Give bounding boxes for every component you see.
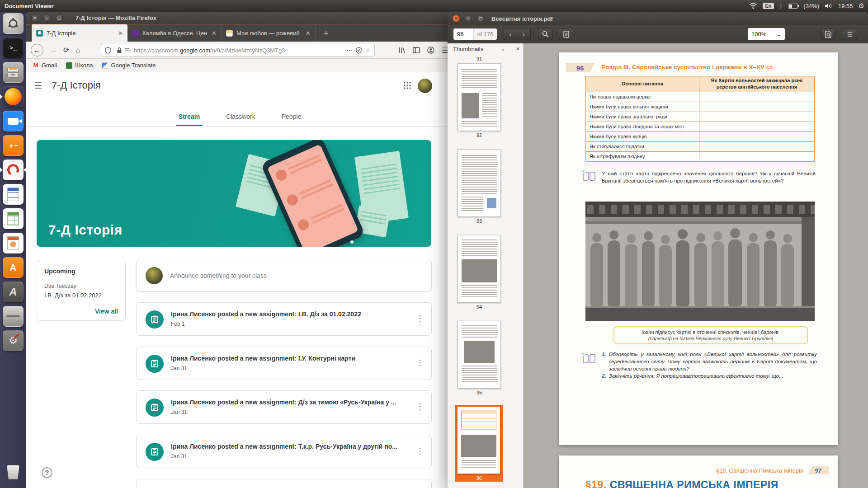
minimize-window-icon[interactable]: − — [465, 15, 472, 22]
thumbnail-page-96-selected[interactable]: 96 — [455, 405, 503, 482]
thumbnail-page-95[interactable]: 95 — [457, 321, 502, 395]
banner-course-title: 7-Д Історія — [48, 222, 123, 238]
tab-close-icon[interactable]: ✕ — [118, 30, 123, 37]
pdf-page-view[interactable]: 96 Розділ III. Європейське суспільство і… — [524, 43, 868, 488]
dash-home-button[interactable] — [3, 13, 24, 34]
sidebar-toggle-icon[interactable] — [413, 47, 420, 53]
post-date: Jan 31 — [171, 453, 187, 460]
close-window-icon[interactable]: ✕ — [453, 15, 460, 22]
clock[interactable]: 19:55 — [838, 3, 853, 9]
tab-close-icon[interactable]: ✕ — [306, 30, 311, 37]
new-tab-button[interactable]: ＋ — [316, 24, 336, 42]
maximize-window-icon[interactable]: ▢ — [477, 15, 484, 22]
minimize-window-icon[interactable]: − — [43, 14, 51, 22]
session-menu-icon[interactable]: ⚙ — [859, 2, 864, 10]
wifi-icon[interactable] — [749, 3, 757, 9]
overflow-icon[interactable]: ⋯ — [346, 47, 352, 54]
account-icon[interactable] — [427, 47, 434, 54]
course-title[interactable]: 7-Д Історія — [52, 80, 101, 91]
calculator-launcher[interactable]: ＋− — [3, 135, 24, 156]
tracking-protection-icon[interactable] — [105, 47, 111, 54]
reload-button[interactable]: ⟳ — [63, 46, 69, 54]
stream-post[interactable]: Ірина Лисенко posted a new assignment: І… — [136, 302, 432, 336]
tab-kalimba[interactable]: Калимба в Одессе. Цен ✕ — [127, 24, 222, 42]
thumbnail-page-93[interactable]: 93 — [457, 149, 502, 224]
bookmark-google-translate[interactable]: Google Translate — [102, 62, 156, 69]
tab-stream[interactable]: Stream — [179, 108, 200, 126]
app-a-launcher[interactable]: A — [3, 282, 24, 302]
bookmark-school[interactable]: Школа — [66, 62, 93, 69]
stream-post[interactable]: Ірина Лисенко posted a new assignment: Т… — [136, 435, 432, 468]
upcoming-assignment-link[interactable]: І.В. Д/з за 01.02.2022 — [44, 292, 118, 299]
battery-icon[interactable] — [788, 4, 798, 9]
post-options-icon[interactable]: ⋮ — [416, 402, 424, 412]
pdf-page-96: 96 Розділ III. Європейське суспільство і… — [559, 52, 838, 445]
libreoffice-calc-launcher[interactable] — [3, 208, 24, 229]
settings-launcher[interactable]: ⚙ — [3, 330, 24, 351]
bluetooth-icon[interactable]: ᛒ — [779, 3, 783, 9]
google-apps-grid-icon[interactable] — [403, 81, 411, 89]
zoom-launcher[interactable] — [3, 111, 24, 131]
navigation-toolbar: ← → ⟳ ⌂ 5 https://classroom.google.com/u… — [26, 42, 453, 59]
bookmark-star-icon[interactable]: ☆ — [365, 47, 371, 54]
url-bar[interactable]: 5 https://classroom.google.com/u/0/c/Mzk… — [101, 44, 375, 56]
stream-post[interactable]: Ірина Лисенко posted a new assignment: Д… — [136, 390, 432, 424]
zoom-level-select[interactable]: 100%⌄ — [748, 28, 785, 40]
stream-post-partial[interactable] — [136, 479, 432, 488]
post-options-icon[interactable]: ⋮ — [416, 314, 424, 324]
forward-button[interactable]: → — [50, 46, 57, 54]
back-button[interactable]: ← — [31, 44, 43, 56]
sidebar-close-icon[interactable]: × — [516, 45, 519, 52]
site-info-icon[interactable]: 5 — [125, 47, 131, 53]
url-text[interactable]: https://classroom.google.com/u/0/c/MzkwM… — [134, 47, 285, 54]
disks-launcher[interactable] — [3, 306, 24, 327]
thumbnail-page-94[interactable]: 94 — [457, 235, 502, 310]
view-all-link[interactable]: View all — [95, 308, 118, 315]
close-window-icon[interactable]: ✕ — [31, 14, 38, 22]
classroom-menu-icon[interactable]: ☰ — [34, 80, 42, 91]
maximize-window-icon[interactable]: ▢ — [56, 14, 63, 22]
next-page-icon[interactable]: › — [517, 28, 531, 40]
bookmark-gmail[interactable]: MGmail — [33, 62, 57, 69]
shield-check-icon[interactable] — [356, 47, 362, 54]
annotations-icon[interactable] — [559, 28, 573, 40]
tab-people[interactable]: People — [282, 108, 302, 126]
thumbnail-page-92[interactable]: 92 — [457, 63, 502, 138]
page-preview-icon[interactable] — [821, 28, 835, 40]
menu-icon[interactable]: ☰ — [442, 46, 448, 55]
trash-icon[interactable] — [3, 462, 24, 483]
lock-icon[interactable] — [117, 47, 122, 53]
thumbnail-page-91[interactable]: 91 — [457, 55, 502, 61]
table-row: Якими були права вільної людини — [586, 102, 699, 112]
tab-close-icon[interactable]: ✕ — [212, 30, 217, 37]
keyboard-layout-indicator[interactable]: En — [763, 3, 774, 9]
tab-moya-lyubov[interactable]: Моя любов — рожевий ✕ — [222, 24, 316, 42]
sidebar-dropdown-icon[interactable]: ⌄ — [500, 46, 505, 52]
announce-box[interactable]: Announce something to your class — [136, 260, 432, 291]
libreoffice-writer-launcher[interactable] — [3, 184, 24, 205]
firefox-titlebar[interactable]: ✕ − ▢ 7-Д Історія — Mozilla Firefox — [26, 12, 453, 24]
library-icon[interactable] — [398, 47, 406, 54]
document-viewer-launcher[interactable] — [3, 160, 24, 180]
help-button[interactable]: ? — [42, 467, 52, 478]
volume-icon[interactable] — [825, 3, 833, 9]
home-button[interactable]: ⌂ — [75, 46, 80, 54]
search-icon[interactable] — [538, 28, 552, 40]
page-current-input[interactable]: 96 — [453, 28, 473, 40]
stream-post[interactable]: Ірина Лисенко posted a new assignment: І… — [136, 347, 432, 380]
firefox-launcher[interactable] — [3, 86, 24, 107]
app-menu-icon[interactable]: ☰ — [843, 28, 857, 40]
tab-classwork[interactable]: Classwork — [226, 108, 255, 126]
previous-page-icon[interactable]: ‹ — [504, 28, 517, 40]
libreoffice-impress-launcher[interactable] — [3, 233, 24, 253]
account-avatar[interactable] — [418, 79, 432, 93]
ubuntu-software-launcher[interactable]: A — [3, 257, 24, 278]
file-manager-launcher[interactable] — [3, 62, 24, 83]
tab-classroom[interactable]: 7-Д Історія ✕ — [32, 24, 127, 42]
post-options-icon[interactable]: ⋮ — [416, 446, 424, 456]
sidebar-heading[interactable]: Thumbnails — [453, 46, 483, 52]
post-options-icon[interactable]: ⋮ — [416, 358, 424, 368]
page-number-control[interactable]: 96 of 176 — [453, 28, 497, 40]
pdf-titlebar[interactable]: ✕ − ▢ Всесвітня історія.pdf — [448, 12, 868, 25]
terminal-launcher[interactable]: >_ — [3, 38, 24, 58]
